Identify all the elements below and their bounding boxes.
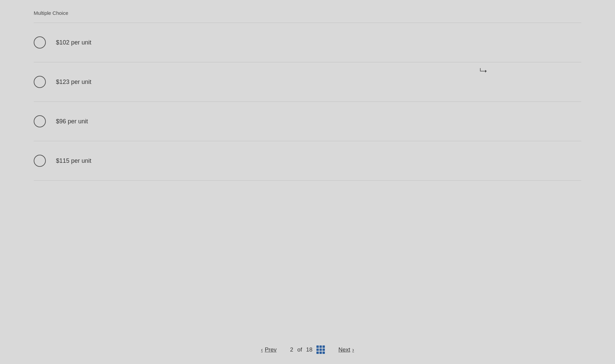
grid-dot	[319, 348, 322, 351]
next-button[interactable]: Next ›	[338, 346, 354, 353]
bottom-nav: ‹ Prev 2 of 18 Next ›	[0, 337, 615, 364]
choice-label-d: $115 per unit	[56, 157, 91, 164]
next-arrow-icon: ›	[352, 347, 354, 353]
choices-area: $102 per unit $123 per unit $96 per unit…	[0, 23, 615, 337]
prev-label: Prev	[265, 346, 277, 353]
radio-button-a[interactable]	[34, 36, 46, 49]
radio-button-d[interactable]	[34, 155, 46, 167]
grid-dot	[322, 345, 325, 348]
prev-button[interactable]: ‹ Prev	[261, 346, 276, 353]
question-type-label: Multiple Choice	[0, 0, 615, 23]
grid-dot	[316, 348, 319, 351]
choice-label-a: $102 per unit	[56, 39, 91, 46]
grid-dot	[316, 345, 319, 348]
choice-label-b: $123 per unit	[56, 79, 91, 86]
page-of-text: of	[297, 346, 302, 353]
radio-button-c[interactable]	[34, 115, 46, 127]
radio-button-b[interactable]	[34, 76, 46, 88]
choice-row-d[interactable]: $115 per unit	[34, 141, 581, 181]
choice-row-c[interactable]: $96 per unit	[34, 102, 581, 141]
grid-dot	[316, 352, 319, 354]
grid-dot	[319, 352, 322, 354]
page-total: 18	[306, 346, 312, 353]
choice-row-a[interactable]: $102 per unit	[34, 23, 581, 62]
prev-arrow-icon: ‹	[261, 347, 263, 353]
page-current: 2	[290, 346, 293, 353]
choice-label-c: $96 per unit	[56, 118, 88, 125]
page-info: 2 of 18	[290, 345, 325, 354]
grid-dot	[319, 345, 322, 348]
grid-dot	[322, 348, 325, 351]
next-label: Next	[338, 346, 350, 353]
main-container: Multiple Choice $102 per unit $123 per u…	[0, 0, 615, 364]
grid-view-icon[interactable]	[316, 345, 325, 354]
choice-row-b[interactable]: $123 per unit	[34, 62, 581, 102]
grid-dot	[322, 352, 325, 354]
